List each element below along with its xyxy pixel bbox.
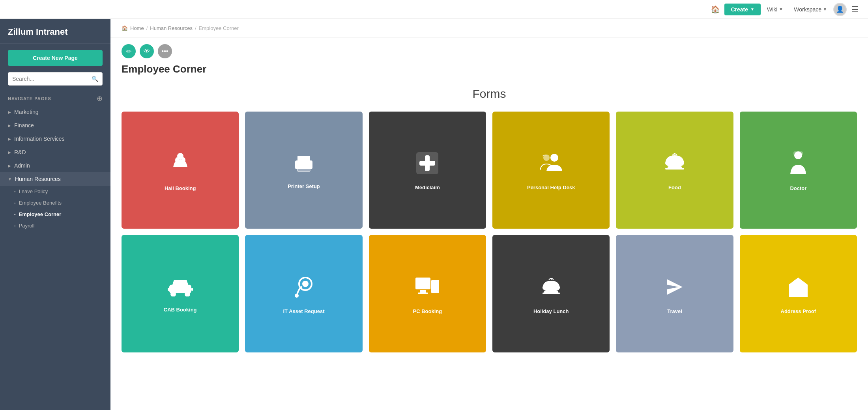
employee-benefits-label: Employee Benefits: [19, 200, 62, 206]
sidebar-brand-title: Zillum Intranet: [0, 19, 110, 44]
finance-arrow-icon: ▶: [8, 123, 11, 128]
form-card-doctor[interactable]: Doctor: [740, 112, 857, 229]
form-card-address-proof[interactable]: Address Proof: [740, 235, 857, 352]
svg-point-27: [302, 281, 309, 287]
address-proof-icon: [787, 276, 809, 303]
hamburger-menu-button[interactable]: ☰: [848, 2, 862, 17]
svg-rect-5: [297, 166, 310, 171]
breadcrumb-parent-link[interactable]: Human Resources: [150, 25, 193, 31]
leave-policy-label: Leave Policy: [19, 188, 48, 194]
forms-grid: Hall Booking Printer Setup: [110, 112, 868, 363]
svg-point-1: [175, 157, 179, 163]
travel-label: Travel: [667, 308, 682, 315]
edit-page-button[interactable]: ✏: [122, 44, 136, 58]
form-card-cab-booking[interactable]: CAB Booking: [122, 235, 239, 352]
home-icon-button[interactable]: 🏠: [708, 2, 723, 17]
forms-section-heading: Forms: [110, 87, 868, 101]
form-card-pc-booking[interactable]: PC Booking: [369, 235, 486, 352]
sidebar-item-rnd[interactable]: ▶ R&D: [0, 145, 110, 159]
sidebar-subitem-employee-corner[interactable]: ● Employee Corner: [0, 209, 110, 220]
cab-booking-label: CAB Booking: [164, 307, 197, 313]
sidebar: Zillum Intranet Create New Page 🔍 NAVIGA…: [0, 19, 110, 410]
breadcrumb-home-link[interactable]: Home: [130, 25, 144, 31]
form-card-personal-help-desk[interactable]: Personal Help Desk: [492, 112, 610, 229]
svg-point-28: [295, 294, 299, 298]
svg-rect-25: [191, 288, 193, 291]
leave-policy-dot: ●: [14, 190, 16, 193]
form-card-hall-booking[interactable]: Hall Booking: [122, 112, 239, 229]
svg-point-10: [550, 154, 558, 162]
svg-rect-14: [665, 168, 684, 170]
search-submit-button[interactable]: 🔍: [88, 73, 102, 85]
svg-rect-40: [796, 290, 801, 297]
svg-rect-32: [418, 293, 428, 294]
info-services-arrow-icon: ▶: [8, 137, 11, 141]
sidebar-item-finance[interactable]: ▶ Finance: [0, 119, 110, 132]
nav-section-label: NAVIGATE PAGES: [8, 96, 51, 101]
more-options-button[interactable]: •••: [158, 44, 172, 58]
sidebar-item-human-resources[interactable]: ▼ Human Resources: [0, 172, 110, 186]
finance-label: Finance: [14, 122, 34, 129]
create-button[interactable]: Create ▼: [724, 4, 761, 15]
wiki-arrow-icon: ▼: [779, 7, 783, 11]
breadcrumb-current: Employee Corner: [199, 25, 239, 31]
printer-setup-icon: [292, 153, 316, 178]
search-input[interactable]: [8, 73, 88, 85]
svg-point-2: [181, 157, 185, 163]
svg-rect-31: [420, 290, 426, 293]
workspace-nav-button[interactable]: Workspace ▼: [789, 4, 832, 15]
address-proof-label: Address Proof: [781, 308, 816, 315]
form-card-printer-setup[interactable]: Printer Setup: [245, 112, 362, 229]
page-actions-bar: ✏ 👁 •••: [110, 38, 868, 62]
holiday-lunch-icon: [539, 276, 563, 303]
page-title: Employee Corner: [110, 62, 868, 83]
sidebar-create-new-page-button[interactable]: Create New Page: [8, 50, 103, 66]
view-page-button[interactable]: 👁: [140, 44, 154, 58]
form-card-mediclaim[interactable]: Mediclaim: [369, 112, 486, 229]
workspace-arrow-icon: ▼: [823, 7, 827, 11]
breadcrumb-home-icon: 🏠: [122, 25, 128, 31]
form-card-holiday-lunch[interactable]: Holiday Lunch: [492, 235, 610, 352]
app-body: Zillum Intranet Create New Page 🔍 NAVIGA…: [0, 19, 868, 410]
holiday-lunch-label: Holiday Lunch: [533, 308, 569, 315]
sidebar-subitem-leave-policy[interactable]: ● Leave Policy: [0, 186, 110, 197]
svg-point-6: [308, 162, 311, 165]
payroll-dot: ●: [14, 225, 16, 227]
breadcrumb: 🏠 Home / Human Resources / Employee Corn…: [110, 19, 868, 38]
food-label: Food: [668, 184, 681, 191]
hr-arrow-icon: ▼: [8, 177, 12, 181]
pc-booking-icon: [415, 276, 440, 303]
svg-rect-4: [297, 156, 310, 161]
nav-add-button[interactable]: ⊕: [97, 95, 103, 102]
user-avatar[interactable]: 👤: [833, 3, 847, 16]
form-card-food[interactable]: Food: [616, 112, 733, 229]
svg-marker-38: [667, 279, 683, 295]
svg-rect-33: [432, 281, 438, 290]
svg-rect-36: [542, 293, 560, 294]
employee-corner-label: Employee Corner: [19, 211, 62, 217]
svg-rect-9: [419, 161, 435, 166]
form-card-travel[interactable]: Travel: [616, 235, 733, 352]
wiki-nav-button[interactable]: Wiki ▼: [762, 4, 788, 15]
sidebar-item-admin[interactable]: ▶ Admin: [0, 159, 110, 172]
payroll-label: Payroll: [19, 223, 35, 229]
svg-rect-29: [415, 278, 430, 289]
it-asset-request-label: IT Asset Request: [283, 308, 324, 315]
admin-label: Admin: [14, 162, 30, 169]
form-card-it-asset-request[interactable]: IT Asset Request: [245, 235, 362, 352]
admin-arrow-icon: ▶: [8, 164, 11, 168]
sidebar-item-marketing[interactable]: ▶ Marketing: [0, 105, 110, 119]
pc-booking-label: PC Booking: [413, 308, 442, 315]
main-content: 🏠 Home / Human Resources / Employee Corn…: [110, 19, 868, 410]
travel-icon: [664, 276, 686, 303]
printer-setup-label: Printer Setup: [288, 183, 320, 190]
sidebar-item-information-services[interactable]: ▶ Information Services: [0, 132, 110, 145]
sidebar-subitem-employee-benefits[interactable]: ● Employee Benefits: [0, 197, 110, 209]
create-label: Create: [731, 6, 748, 13]
workspace-label: Workspace: [794, 6, 821, 13]
create-arrow-icon: ▼: [750, 7, 754, 11]
sidebar-subitem-payroll[interactable]: ● Payroll: [0, 220, 110, 231]
rnd-arrow-icon: ▶: [8, 150, 11, 155]
marketing-arrow-icon: ▶: [8, 110, 11, 114]
cab-booking-icon: [168, 278, 193, 301]
